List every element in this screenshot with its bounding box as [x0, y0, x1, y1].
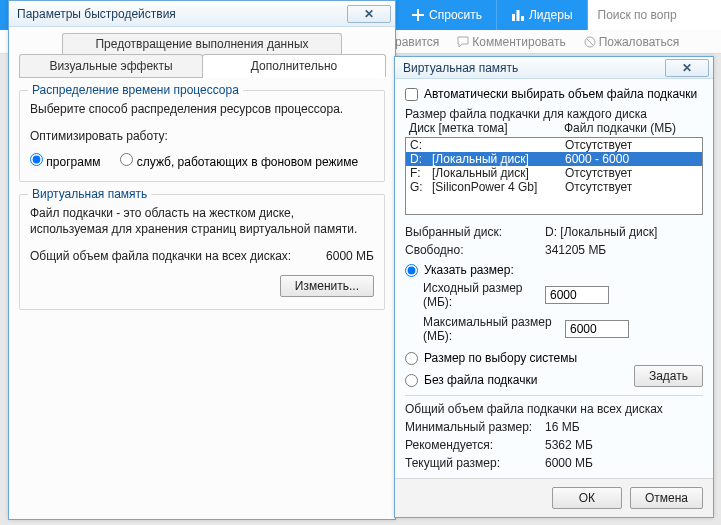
- radio-system-managed[interactable]: Размер по выбору системы: [405, 351, 703, 365]
- initial-size-label: Исходный размер (МБ):: [405, 281, 545, 309]
- ok-button[interactable]: ОК: [552, 487, 622, 509]
- leaders-button[interactable]: Лидеры: [497, 0, 587, 30]
- tab-advanced[interactable]: Дополнительно: [202, 54, 386, 77]
- min-size-label: Минимальный размер:: [405, 420, 545, 434]
- vm-total-label: Общий объем файла подкачки на всех диска…: [30, 248, 326, 265]
- radio-custom-size[interactable]: Указать размер:: [405, 263, 703, 277]
- comment-link[interactable]: Комментировать: [457, 35, 565, 49]
- disk-row[interactable]: F:[Локальный диск]Отсутствует: [406, 166, 702, 180]
- total-header: Общий объем файла подкачки на всех диска…: [405, 402, 703, 416]
- close-icon[interactable]: ✕: [665, 59, 709, 77]
- window-title: Виртуальная память: [403, 61, 518, 75]
- set-button[interactable]: Задать: [634, 365, 703, 387]
- disk-row[interactable]: C:Отсутствует: [406, 138, 702, 152]
- cpu-desc: Выберите способ распределения ресурсов п…: [30, 101, 374, 118]
- radio-programs[interactable]: программ: [30, 153, 100, 169]
- recommended-label: Рекомендуется:: [405, 438, 545, 452]
- auto-manage-checkbox[interactable]: Автоматически выбирать объем файла подка…: [405, 87, 703, 101]
- disk-list-header: Диск [метка тома]Файл подкачки (МБ): [405, 121, 703, 135]
- optimize-label: Оптимизировать работу:: [30, 128, 374, 145]
- max-size-input[interactable]: [565, 320, 629, 338]
- recommended-value: 5362 МБ: [545, 438, 593, 452]
- current-size-value: 6000 МБ: [545, 456, 593, 470]
- svg-rect-1: [517, 10, 520, 21]
- cpu-scheduling-group: Распределение времени процессора Выберит…: [19, 90, 385, 182]
- svg-rect-2: [521, 16, 524, 21]
- radio-no-paging[interactable]: Без файла подкачки: [405, 373, 634, 387]
- window-title: Параметры быстродействия: [17, 7, 176, 21]
- group-legend: Распределение времени процессора: [28, 83, 243, 97]
- change-button[interactable]: Изменить...: [280, 275, 374, 297]
- close-icon[interactable]: ✕: [347, 5, 391, 23]
- selected-drive-label: Выбранный диск:: [405, 225, 545, 239]
- free-space-label: Свободно:: [405, 243, 545, 257]
- dialog-buttons: ОК Отмена: [395, 478, 713, 517]
- disk-row[interactable]: G:[SiliconPower 4 Gb]Отсутствует: [406, 180, 702, 194]
- svg-rect-0: [512, 14, 515, 21]
- each-disk-label: Размер файла подкачки для каждого диска: [405, 107, 703, 121]
- group-legend: Виртуальная память: [28, 187, 151, 201]
- search-input[interactable]: Поиск по вопр: [588, 0, 721, 30]
- virtual-memory-group: Виртуальная память Файл подкачки - это о…: [19, 194, 385, 310]
- disk-row[interactable]: D:[Локальный диск]6000 - 6000: [406, 152, 702, 166]
- radio-services[interactable]: служб, работающих в фоновом режиме: [120, 153, 358, 169]
- performance-options-window: Параметры быстродействия ✕ Предотвращени…: [8, 0, 396, 520]
- initial-size-input[interactable]: [545, 286, 609, 304]
- ask-button[interactable]: Спросить: [397, 0, 497, 30]
- vm-desc: Файл подкачки - это область на жестком д…: [30, 205, 374, 239]
- vm-total-value: 6000 МБ: [326, 248, 374, 265]
- report-link[interactable]: Пожаловаться: [584, 35, 680, 49]
- free-space-value: 341205 МБ: [545, 243, 606, 257]
- current-size-label: Текущий размер:: [405, 456, 545, 470]
- titlebar[interactable]: Виртуальная память ✕: [395, 57, 713, 79]
- max-size-label: Максимальный размер (МБ):: [405, 315, 565, 343]
- virtual-memory-window: Виртуальная память ✕ Автоматически выбир…: [394, 56, 714, 518]
- tab-visual-effects[interactable]: Визуальные эффекты: [19, 54, 203, 77]
- tab-dep[interactable]: Предотвращение выполнения данных: [62, 33, 342, 54]
- titlebar[interactable]: Параметры быстродействия ✕: [9, 1, 395, 27]
- cancel-button[interactable]: Отмена: [630, 487, 703, 509]
- disk-list[interactable]: C:Отсутствует D:[Локальный диск]6000 - 6…: [405, 137, 703, 215]
- selected-drive-value: D: [Локальный диск]: [545, 225, 657, 239]
- min-size-value: 16 МБ: [545, 420, 580, 434]
